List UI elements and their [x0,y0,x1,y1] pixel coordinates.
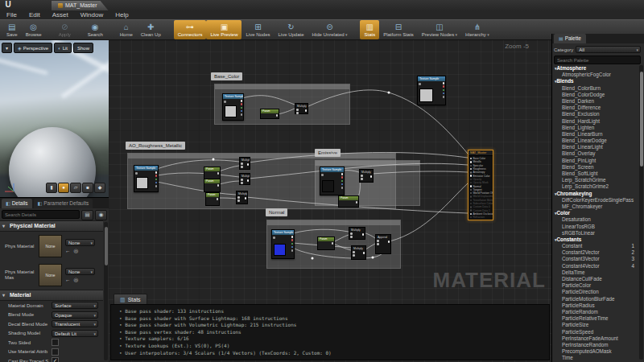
property-dropdown[interactable]: Opaque [52,311,98,319]
palette-item[interactable]: Atmosphere [552,65,639,72]
menu-item[interactable]: Window [80,11,103,19]
toolbar-button[interactable]: ▤ Save [2,20,22,39]
texture-sample-node[interactable]: Texture Sample [271,229,295,259]
eye-icon[interactable]: ◉ [95,210,107,220]
palette-item[interactable]: ParticleSize [552,322,639,328]
toolbar-button[interactable]: ⊶ Connectors [174,20,207,39]
palette-item[interactable]: Blend_SoftLight [552,171,639,177]
toolbar-button[interactable]: ⋔ Hierarchy [461,20,493,39]
category-dropdown[interactable]: All [576,46,641,53]
palette-item[interactable]: Chromakeying [552,191,639,197]
menu-item[interactable]: Asset [52,11,68,19]
asset-dropdown[interactable]: None [65,268,95,275]
palette-item[interactable]: Color [552,210,639,216]
palette-item[interactable]: Blend_ColorBurn [552,85,639,92]
palette-item[interactable]: Constants [552,237,639,243]
palette-item[interactable]: Blend_Lighten [552,125,639,131]
palette-item[interactable]: PrecomputedAOMask [552,348,639,355]
mesh-preview-button[interactable]: ■ [82,183,93,193]
toolbar-button[interactable]: ◫ Preview Nodes [418,20,461,39]
parameter-node[interactable]: Param [338,195,359,208]
menu-item[interactable]: Edit [29,11,40,19]
palette-scrollbar[interactable] [639,65,643,360]
material-input-pin[interactable]: Refraction [469,216,493,219]
filter-icon[interactable]: ▤ [81,210,93,220]
section-material[interactable]: Material [0,290,103,301]
browse-asset-icon[interactable]: ◎ [74,248,79,254]
use-selected-icon[interactable]: ← [65,277,71,283]
toolbar-button[interactable]: ⌂ Home [116,20,137,39]
menu-item[interactable]: Help [115,11,128,19]
mesh-preview-button[interactable]: ● [58,183,69,193]
multiply-node[interactable]: Multiply [359,169,374,183]
tab-stats[interactable]: ▥ Stats [114,294,147,305]
preview-viewport[interactable]: ▾ ◈ Perspective ◐ Lit Show ▮●▱■◆ [0,40,109,197]
palette-item[interactable]: Blend_Screen [552,164,639,171]
palette-item[interactable]: Blend_Overlay [552,150,639,157]
palette-item[interactable]: ParticleRandom [552,309,639,315]
toolbar-button[interactable]: ◉ Search [84,20,107,39]
palette-item[interactable]: sRGBToLinear [552,230,639,237]
tab-details[interactable]: ◧ Details [2,199,32,208]
document-tab[interactable]: MAT_Master [52,1,109,10]
property-dropdown[interactable]: Translucent [52,320,98,327]
toolbar-button[interactable]: ▣ Live Preview [206,20,242,39]
palette-item[interactable]: ParticleSpeed [552,329,639,335]
section-physical-material[interactable]: Physical Material [0,220,103,232]
palette-item[interactable]: ParticleColor [552,282,639,289]
asset-thumbnail[interactable]: None [39,264,62,286]
toolbar-button[interactable]: ↻ Live Update [275,20,308,39]
toolbar-button[interactable]: ⊟ Platform Stats [379,20,418,39]
mesh-preview-button[interactable]: ◆ [94,183,105,193]
asset-thumbnail[interactable]: None [39,235,62,257]
texture-sample-node[interactable]: Texture Sample [134,165,159,192]
palette-item[interactable]: ParticleMotionBlurFade [552,296,639,302]
details-scrollbar[interactable] [104,222,108,360]
palette-item[interactable]: ParticleRadius [552,302,639,309]
multiply-node[interactable]: Multiply [236,191,248,204]
palette-item[interactable]: Blend_Darken [552,98,639,105]
palette-item[interactable]: Time [552,355,639,361]
details-search-input[interactable] [2,210,80,219]
lit-mode-button[interactable]: ◐ Lit [54,43,72,53]
palette-item[interactable]: Constant2Vector 2 [552,249,639,256]
palette-item[interactable]: Lerp_ScratchGrime2 [552,183,639,190]
palette-item[interactable]: Blend_LinearLight [552,144,639,150]
palette-item[interactable]: Constant 1 [552,243,639,249]
palette-item[interactable]: ParticleDirection [552,289,639,295]
tab-parameter-defaults[interactable]: ◧ Parameter Defaults [34,199,93,208]
palette-item[interactable]: Constant4Vector 4 [552,263,639,269]
toolbar-button[interactable]: ⊝ Hide Unrelated [308,20,352,39]
texture-sample-node[interactable]: Texture Sample [320,167,345,195]
multiply-node[interactable]: Multiply [239,157,250,170]
texture-sample-node[interactable]: Texture Sample [222,93,244,121]
material-result-node[interactable]: MAT_Master Base Color Metallic [468,150,493,220]
palette-search-input[interactable] [554,56,641,64]
palette-item[interactable]: Lerp_ScratchGrime [552,177,639,183]
toolbar-button[interactable]: ⊘ Apply [55,20,75,39]
palette-item[interactable]: Constant3Vector 3 [552,256,639,262]
palette-item[interactable]: MF_Chromakeyer [552,204,639,210]
asset-dropdown[interactable]: None [65,239,95,246]
multiply-node[interactable]: Multiply [239,173,250,185]
palette-item[interactable]: AtmosphericFogColor [552,72,639,78]
palette-item[interactable]: PerInstanceFadeAmount [552,335,639,342]
show-button[interactable]: Show [73,43,93,53]
palette-item[interactable]: Blend_LinearBurn [552,131,639,138]
append-node[interactable]: Append [375,234,391,254]
multiply-node[interactable]: Multiply [295,103,308,114]
mesh-preview-button[interactable]: ▱ [70,183,81,193]
toolbar-button[interactable]: ✚ Clean Up [137,20,165,39]
checkbox[interactable] [52,348,59,356]
multiply-node[interactable]: Multiply [351,245,366,260]
use-selected-icon[interactable]: ← [65,248,71,254]
palette-item[interactable]: LinearTosRGB [552,224,639,230]
palette-item[interactable]: DistanceCullFade [552,276,639,282]
palette-item[interactable]: Blend_Exclusion [552,111,639,117]
checkbox[interactable] [52,339,59,346]
palette-item[interactable]: PerInstanceRandom [552,342,639,348]
parameter-node[interactable]: Param [317,237,335,250]
palette-item[interactable]: Blend_PinLight [552,158,639,164]
menu-item[interactable]: File [6,11,17,19]
property-dropdown[interactable]: Surface [52,302,98,309]
